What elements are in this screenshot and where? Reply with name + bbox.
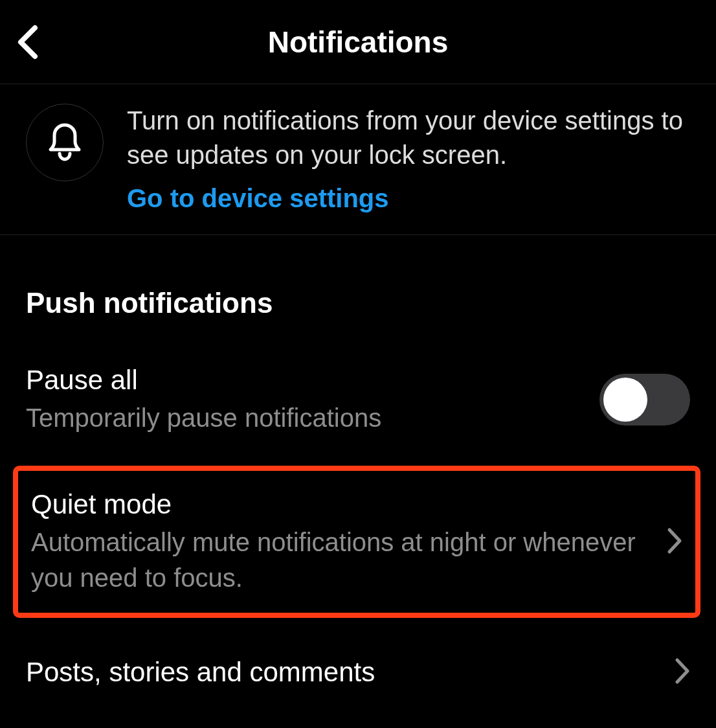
chevron-right-icon [675, 657, 690, 685]
pause-all-toggle[interactable] [599, 374, 690, 426]
quiet-mode-subtitle: Automatically mute notifications at nigh… [31, 525, 656, 596]
pause-all-text: Pause all Temporarily pause notification… [26, 363, 599, 436]
page-title: Notifications [0, 25, 716, 60]
posts-stories-chevron [675, 657, 690, 687]
banner-text-block: Turn on notifications from your device s… [127, 104, 690, 215]
quiet-mode-highlight: Quiet mode Automatically mute notificati… [13, 466, 700, 618]
section-title-push: Push notifications [26, 287, 690, 319]
toggle-knob [603, 378, 647, 422]
header-bar: Notifications [0, 0, 716, 84]
pause-all-subtitle: Temporarily pause notifications [26, 400, 599, 436]
quiet-mode-chevron [667, 527, 682, 557]
bell-icon [47, 122, 83, 163]
back-button[interactable] [13, 28, 41, 56]
bell-icon-circle [26, 104, 104, 181]
chevron-right-icon [667, 527, 682, 554]
quiet-mode-row[interactable]: Quiet mode Automatically mute notificati… [18, 488, 682, 596]
device-settings-banner: Turn on notifications from your device s… [0, 84, 716, 235]
posts-stories-text: Posts, stories and comments [26, 655, 664, 690]
chevron-left-icon [16, 24, 39, 60]
quiet-mode-title: Quiet mode [31, 488, 656, 522]
quiet-mode-text: Quiet mode Automatically mute notificati… [31, 488, 656, 596]
push-notifications-section: Push notifications Pause all Temporarily… [0, 287, 716, 707]
banner-message: Turn on notifications from your device s… [127, 106, 683, 169]
posts-stories-title: Posts, stories and comments [26, 655, 664, 690]
pause-all-row: Pause all Temporarily pause notification… [26, 345, 690, 454]
pause-all-title: Pause all [26, 363, 599, 398]
posts-stories-row[interactable]: Posts, stories and comments [26, 637, 690, 708]
device-settings-link[interactable]: Go to device settings [127, 181, 690, 216]
